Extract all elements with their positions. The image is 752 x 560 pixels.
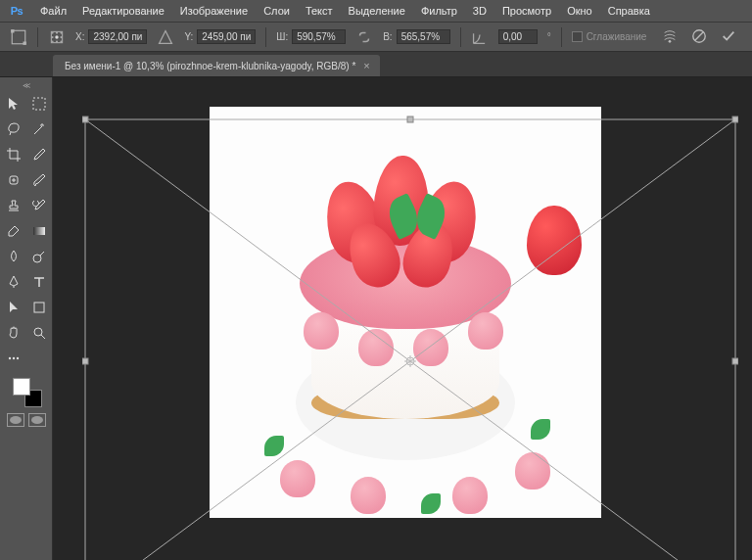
menu-image[interactable]: Изображение	[173, 1, 255, 21]
app-logo: Ps	[6, 0, 27, 22]
h-label: В:	[383, 31, 392, 42]
angle-icon	[471, 28, 489, 46]
transform-tool-icon[interactable]	[10, 28, 27, 46]
svg-point-10	[51, 40, 53, 42]
foreground-swatch[interactable]	[13, 378, 30, 396]
path-select-tool[interactable]	[2, 296, 25, 319]
brush-tool[interactable]	[27, 168, 51, 192]
reference-point-icon[interactable]	[48, 28, 66, 46]
commit-icon[interactable]	[721, 28, 736, 46]
y-field: Y: 2459,00 пи	[184, 29, 256, 44]
interp-field[interactable]: Сглаживание	[572, 31, 647, 42]
type-tool[interactable]	[27, 270, 51, 294]
canvas-area[interactable]	[53, 77, 752, 560]
marquee-tool[interactable]	[27, 92, 51, 116]
svg-point-4	[51, 31, 53, 33]
stamp-tool[interactable]	[2, 194, 25, 217]
healing-tool[interactable]	[2, 168, 25, 192]
y-label: Y:	[184, 31, 193, 42]
svg-point-24	[16, 357, 18, 359]
separator	[265, 27, 266, 47]
toolbox: ≪	[0, 77, 53, 560]
eraser-tool[interactable]	[2, 219, 25, 243]
x-label: X:	[75, 31, 84, 42]
tab-title: Без имени-1 @ 10,3% (pirozhnoe-krem-klub…	[65, 61, 355, 71]
hand-tool[interactable]	[2, 321, 25, 345]
link-icon[interactable]	[355, 28, 373, 46]
blur-tool[interactable]	[2, 245, 25, 268]
delta-icon[interactable]	[157, 28, 174, 46]
w-field: Ш: 590,57%	[276, 29, 346, 44]
svg-point-13	[669, 40, 672, 43]
gradient-tool[interactable]	[27, 219, 51, 243]
h-input[interactable]: 565,57%	[397, 29, 450, 44]
menu-layers[interactable]: Слои	[257, 1, 297, 21]
cancel-icon[interactable]	[691, 28, 707, 46]
svg-point-12	[60, 40, 62, 42]
separator	[37, 27, 38, 47]
menu-help[interactable]: Справка	[601, 1, 657, 21]
svg-rect-18	[33, 227, 45, 235]
history-brush-tool[interactable]	[27, 194, 51, 217]
lasso-tool[interactable]	[2, 117, 25, 141]
document-tab[interactable]: Без имени-1 @ 10,3% (pirozhnoe-krem-klub…	[53, 55, 380, 76]
menu-bar: Ps Файл Редактирование Изображение Слои …	[0, 0, 752, 22]
svg-rect-31	[82, 358, 88, 364]
document-tab-bar: Без имени-1 @ 10,3% (pirozhnoe-krem-klub…	[0, 52, 752, 77]
menu-edit[interactable]: Редактирование	[75, 1, 171, 21]
menu-filter[interactable]: Фильтр	[414, 1, 464, 21]
svg-point-6	[60, 31, 62, 33]
svg-point-5	[56, 31, 58, 33]
magic-wand-tool[interactable]	[27, 117, 51, 141]
move-tool[interactable]	[2, 92, 25, 116]
interp-checkbox[interactable]	[572, 31, 583, 42]
separator	[561, 27, 562, 47]
menu-view[interactable]: Просмотр	[495, 1, 558, 21]
menu-window[interactable]: Окно	[560, 1, 599, 21]
color-swatches[interactable]	[11, 376, 42, 407]
warp-icon[interactable]	[662, 28, 678, 46]
degree-label: °	[547, 31, 551, 42]
dodge-tool[interactable]	[27, 245, 51, 268]
svg-rect-28	[82, 117, 88, 122]
svg-point-23	[12, 357, 14, 359]
quick-mask-row	[7, 413, 46, 427]
zoom-tool[interactable]	[27, 321, 51, 345]
y-input[interactable]: 2459,00 пи	[197, 29, 256, 44]
w-label: Ш:	[276, 31, 288, 42]
edit-toolbar[interactable]	[2, 347, 25, 370]
svg-point-21	[34, 328, 42, 336]
options-bar: X: 2392,00 пи Y: 2459,00 пи Ш: 590,57% В…	[0, 22, 752, 52]
angle-input[interactable]: 0,00	[498, 29, 538, 44]
x-field: X: 2392,00 пи	[75, 29, 147, 44]
shape-tool[interactable]	[27, 296, 51, 319]
svg-point-9	[60, 35, 62, 37]
options-right	[662, 28, 752, 46]
svg-point-7	[51, 35, 53, 37]
svg-line-15	[695, 31, 704, 40]
eyedropper-tool[interactable]	[27, 143, 51, 166]
menu-3d[interactable]: 3D	[466, 1, 494, 21]
svg-rect-2	[24, 41, 26, 44]
menu-file[interactable]: Файл	[33, 1, 73, 21]
svg-rect-20	[34, 303, 44, 312]
h-field: В: 565,57%	[383, 29, 449, 44]
svg-point-11	[56, 40, 58, 42]
toolbox-expand-icon[interactable]: ≪	[0, 80, 52, 90]
close-tab-icon[interactable]: ×	[363, 60, 369, 71]
standard-mode-icon[interactable]	[7, 413, 24, 427]
canvas[interactable]	[210, 107, 601, 518]
crop-tool[interactable]	[2, 143, 25, 166]
svg-rect-1	[11, 29, 14, 32]
pen-tool[interactable]	[2, 270, 25, 294]
svg-rect-32	[732, 358, 738, 364]
quick-mask-icon[interactable]	[28, 413, 46, 427]
svg-rect-30	[732, 117, 738, 122]
x-input[interactable]: 2392,00 пи	[88, 29, 147, 44]
menu-text[interactable]: Текст	[299, 1, 340, 21]
menu-select[interactable]: Выделение	[342, 1, 412, 21]
svg-point-19	[33, 255, 41, 262]
separator	[460, 27, 461, 47]
w-input[interactable]: 590,57%	[292, 29, 346, 44]
interp-label: Сглаживание	[587, 31, 647, 42]
